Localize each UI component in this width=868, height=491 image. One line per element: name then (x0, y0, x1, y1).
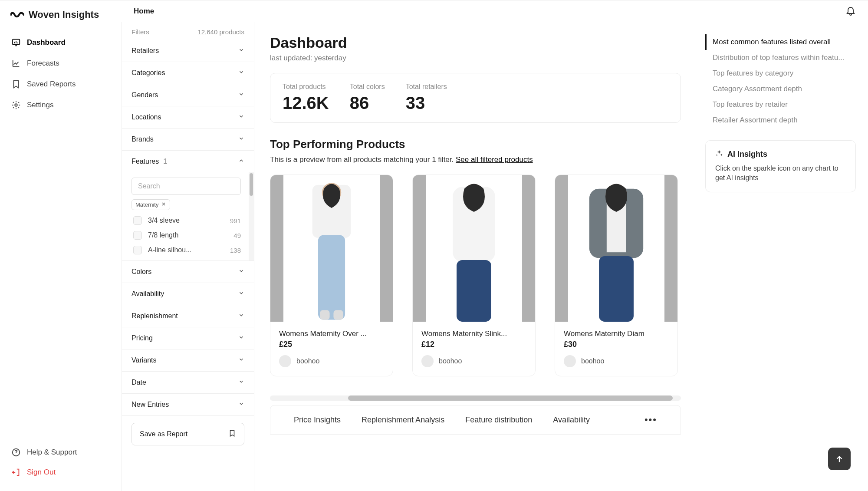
filter-categories[interactable]: Categories (122, 62, 254, 84)
svg-rect-6 (320, 310, 329, 320)
filter-label: Brands (132, 135, 154, 143)
nav-help[interactable]: Help & Support (5, 442, 116, 462)
filter-brands[interactable]: Brands (122, 129, 254, 151)
section-subtitle: This is a preview from all products matc… (270, 155, 681, 164)
filter-genders[interactable]: Genders (122, 84, 254, 106)
chevron-down-icon (238, 290, 244, 298)
toc-item[interactable]: Most common features listed overall (705, 34, 856, 50)
page-title: Dashboard (270, 34, 681, 51)
feature-option[interactable]: A-line silhou... 138 (132, 246, 241, 254)
filter-pricing[interactable]: Pricing (122, 327, 254, 349)
feature-count: 138 (230, 247, 241, 254)
chevron-down-icon (238, 334, 244, 342)
features-scrollbar[interactable] (249, 172, 254, 260)
bell-icon[interactable] (845, 5, 856, 17)
nav-settings[interactable]: Settings (5, 95, 116, 115)
nav-label: Forecasts (27, 59, 59, 68)
product-brand: boohoo (581, 357, 604, 365)
filter-retailers[interactable]: Retailers (122, 40, 254, 62)
close-icon[interactable] (161, 201, 166, 208)
nav-label: Settings (27, 101, 53, 109)
ai-insights-card: AI Insights Click on the sparkle icon on… (705, 140, 856, 192)
svg-point-1 (15, 104, 17, 106)
stats-card: Total products 12.6K Total colors 86 Tot… (270, 73, 681, 123)
filter-label: Colors (132, 268, 151, 276)
filter-locations[interactable]: Locations (122, 106, 254, 129)
tab-feature-distribution[interactable]: Feature distribution (465, 415, 532, 425)
chevron-down-icon (238, 401, 244, 409)
nav-signout[interactable]: Sign Out (5, 462, 116, 482)
filters-heading: Filters (132, 28, 149, 36)
product-image (413, 175, 535, 322)
filters-count: 12,640 products (197, 28, 244, 36)
toc-item[interactable]: Distribution of top features within feat… (705, 50, 856, 66)
product-title: Womens Maternity Slink... (421, 330, 526, 338)
feature-option[interactable]: 3/4 sleeve 991 (132, 216, 241, 225)
toc-item[interactable]: Top features by category (705, 66, 856, 81)
save-report-label: Save as Report (140, 430, 187, 438)
stat-label: Total colors (350, 83, 385, 91)
features-body: Maternity 3/4 sleeve 991 7/8 length 49 A… (122, 172, 254, 261)
features-search-input[interactable] (132, 178, 241, 195)
nav-forecasts[interactable]: Forecasts (5, 53, 116, 73)
checkbox[interactable] (133, 216, 142, 225)
tab-replenishment-analysis[interactable]: Replenishment Analysis (362, 415, 444, 425)
product-card[interactable]: Womens Maternity Over ... £25 boohoo (270, 175, 393, 376)
filter-date[interactable]: Date (122, 372, 254, 394)
filter-colors[interactable]: Colors (122, 261, 254, 283)
brand-avatar (279, 355, 291, 367)
feature-option[interactable]: 7/8 length 49 (132, 231, 241, 240)
filter-variants[interactable]: Variants (122, 349, 254, 372)
chevron-down-icon (238, 91, 244, 99)
toc-item[interactable]: Retailer Assortment depth (705, 112, 856, 128)
ai-title-text: AI Insights (727, 150, 767, 159)
product-brand: boohoo (296, 357, 319, 365)
filter-chip-maternity[interactable]: Maternity (132, 199, 170, 210)
horizontal-scrollbar[interactable] (270, 395, 681, 401)
product-image (555, 175, 677, 322)
product-card[interactable]: Womens Maternity Diam £30 boohoo (555, 175, 678, 376)
stat-value: 12.6K (283, 93, 329, 113)
checkbox[interactable] (133, 231, 142, 240)
scroll-to-top-button[interactable] (828, 448, 851, 470)
chip-label: Maternity (135, 201, 158, 208)
filter-label: Categories (132, 69, 165, 77)
chevron-down-icon (238, 113, 244, 121)
filter-new-entries[interactable]: New Entries (122, 394, 254, 416)
tab-availability[interactable]: Availability (553, 415, 590, 425)
brand-avatar (421, 355, 434, 367)
checkbox[interactable] (133, 246, 142, 254)
filter-availability[interactable]: Availability (122, 283, 254, 305)
see-all-link[interactable]: See all filtered products (456, 155, 533, 164)
toc-item[interactable]: Top features by retailer (705, 97, 856, 112)
filter-replenishment[interactable]: Replenishment (122, 305, 254, 327)
nav-label: Saved Reports (27, 80, 76, 89)
nav-label: Help & Support (27, 448, 77, 457)
nav-label: Dashboard (27, 38, 66, 47)
nav-dashboard[interactable]: Dashboard (5, 33, 116, 53)
chevron-down-icon (238, 268, 244, 276)
product-price: £12 (421, 340, 526, 349)
more-tabs-icon[interactable]: ••• (644, 414, 657, 425)
stat-label: Total products (283, 83, 329, 91)
filter-label: Date (132, 379, 146, 386)
tabs-row: Price Insights Replenishment Analysis Fe… (270, 405, 681, 435)
svg-rect-10 (457, 260, 491, 322)
feature-count: 49 (233, 232, 241, 239)
tab-price-insights[interactable]: Price Insights (294, 415, 341, 425)
header: Home (122, 0, 868, 22)
product-card[interactable]: Womens Maternity Slink... £12 boohoo (412, 175, 536, 376)
filter-features[interactable]: Features 1 (122, 151, 254, 172)
svg-rect-7 (333, 310, 343, 320)
stat-value: 33 (406, 93, 447, 113)
svg-rect-14 (599, 256, 634, 322)
toc-item[interactable]: Category Assortment depth (705, 81, 856, 97)
filter-label: Pricing (132, 334, 153, 342)
nav-saved-reports[interactable]: Saved Reports (5, 74, 116, 94)
save-report-button[interactable]: Save as Report (132, 423, 244, 445)
filter-label: Variants (132, 356, 157, 364)
filters-panel: Filters 12,640 products Retailers Catego… (122, 22, 254, 491)
product-image (270, 175, 393, 322)
breadcrumb: Home (134, 7, 154, 16)
chevron-down-icon (238, 69, 244, 77)
